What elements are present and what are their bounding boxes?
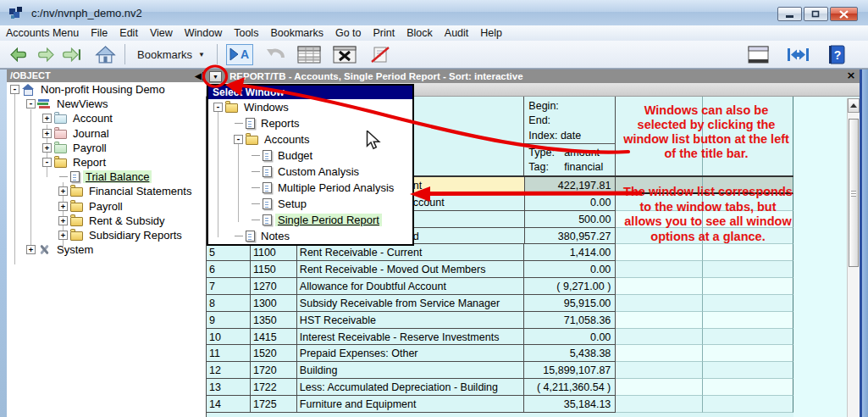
amount-cell[interactable]: 71,058.36 xyxy=(524,312,616,329)
menu-item[interactable]: Tools xyxy=(228,27,264,39)
tree-item[interactable]: Rent & Subsidy xyxy=(7,214,206,228)
empty-cell[interactable] xyxy=(616,278,703,295)
row-number-cell[interactable]: 8 xyxy=(207,295,251,312)
expander-icon[interactable] xyxy=(58,186,68,196)
table-row[interactable]: 5 1100 Rent Receivable - Current 1,414.0… xyxy=(207,244,793,261)
empty-cell[interactable] xyxy=(703,261,793,278)
account-name-cell[interactable]: Prepaid Expenses: Other xyxy=(297,345,525,362)
empty-cell[interactable] xyxy=(703,396,793,413)
empty-cell[interactable] xyxy=(703,345,793,362)
account-name-cell[interactable]: Building xyxy=(297,362,525,379)
account-name-cell[interactable]: HST Receivable xyxy=(297,312,525,329)
home-button[interactable] xyxy=(91,42,119,66)
menu-item[interactable]: Block xyxy=(401,27,439,39)
amount-cell[interactable]: ( 9,271.00 ) xyxy=(524,278,616,295)
table-view-button[interactable] xyxy=(294,42,324,66)
amount-cell[interactable]: 95,915.00 xyxy=(524,295,616,312)
tree-item[interactable]: Non-profit Housing Demo xyxy=(7,82,206,97)
row-number-cell[interactable]: 11 xyxy=(207,345,251,362)
menu-item[interactable]: File xyxy=(85,27,113,39)
row-number-cell[interactable]: 9 xyxy=(207,312,251,329)
expander-icon[interactable] xyxy=(42,114,52,123)
account-name-cell[interactable]: Allowance for Doubtful Account xyxy=(297,278,525,295)
expander-icon[interactable] xyxy=(58,202,68,211)
expander-icon[interactable] xyxy=(58,216,68,225)
empty-cell[interactable] xyxy=(703,329,793,346)
empty-cell[interactable] xyxy=(703,312,793,329)
window-list-item[interactable]: Reports xyxy=(208,115,412,131)
table-row[interactable]: 14 1725 Furniture and Equipment 35,184.1… xyxy=(207,396,793,413)
expander-icon[interactable] xyxy=(251,215,260,225)
expander-icon[interactable] xyxy=(26,245,36,254)
empty-cell[interactable] xyxy=(616,194,703,211)
empty-cell[interactable] xyxy=(616,177,703,194)
expander-icon[interactable] xyxy=(234,119,243,128)
scrollbar-thumb[interactable] xyxy=(849,119,859,267)
close-table-button[interactable] xyxy=(329,42,360,66)
panel-collapse-icon[interactable]: ◀ xyxy=(195,72,204,81)
expander-icon[interactable] xyxy=(42,158,52,167)
amount-cell[interactable]: 380,957.27 xyxy=(525,228,616,245)
row-number-cell[interactable]: 10 xyxy=(207,329,251,346)
table-row[interactable]: 8 1300 Subsidy Receivable from Service M… xyxy=(207,295,793,312)
go-last-button[interactable] xyxy=(58,42,85,66)
table-row[interactable]: 9 1350 HST Receivable 71,058.36 xyxy=(207,312,793,329)
no-print-button[interactable] xyxy=(367,42,394,66)
bookmarks-dropdown[interactable]: Bookmarks ▼ xyxy=(130,42,212,66)
empty-cell[interactable] xyxy=(616,345,703,362)
value-header-cell[interactable]: Begin: End: Index: date Type:amount Tag:… xyxy=(524,97,616,175)
menu-item[interactable]: Edit xyxy=(113,27,144,39)
row-number-cell[interactable]: 6 xyxy=(207,261,251,278)
fit-width-button[interactable] xyxy=(783,42,813,66)
account-number-cell[interactable]: 1725 xyxy=(251,396,297,413)
tree-item[interactable]: Journal xyxy=(7,126,206,141)
empty-cell[interactable] xyxy=(703,379,793,396)
expander-icon[interactable] xyxy=(58,172,68,181)
menu-item[interactable]: Window xyxy=(179,27,228,39)
amount-cell[interactable]: 5,438.38 xyxy=(524,345,616,362)
amount-cell[interactable]: ( 4,211,360.54 ) xyxy=(524,379,616,396)
undo-button[interactable] xyxy=(262,42,290,66)
expander-icon[interactable] xyxy=(251,151,260,160)
report-close-icon[interactable]: × xyxy=(845,70,857,81)
empty-cell[interactable] xyxy=(703,244,793,261)
empty-cell[interactable] xyxy=(703,362,793,379)
empty-cell[interactable] xyxy=(703,295,793,312)
amount-cell[interactable]: 15,899,107.87 xyxy=(524,362,616,379)
expander-icon[interactable] xyxy=(26,99,36,108)
empty-cell[interactable] xyxy=(703,177,793,194)
forward-button[interactable] xyxy=(32,42,58,66)
expander-icon[interactable] xyxy=(251,167,260,176)
scroll-up-arrow-icon[interactable] xyxy=(848,98,860,113)
account-name-cell[interactable]: Rent Receivable - Moved Out Members xyxy=(297,261,525,278)
expander-icon[interactable] xyxy=(58,231,68,240)
restore-button[interactable] xyxy=(804,7,828,21)
vertical-scrollbar[interactable] xyxy=(847,98,860,417)
window-list-item[interactable]: Notes xyxy=(208,228,412,244)
empty-cell[interactable] xyxy=(703,211,793,228)
menu-item[interactable]: Bookmarks xyxy=(264,27,329,39)
tree-item[interactable]: NewViews xyxy=(7,97,206,111)
table-row[interactable]: 6 1150 Rent Receivable - Moved Out Membe… xyxy=(207,261,793,278)
account-number-cell[interactable]: 1520 xyxy=(251,345,297,362)
expander-icon[interactable] xyxy=(213,103,223,112)
help-button[interactable]: ? xyxy=(823,42,849,66)
amount-cell[interactable]: 35,184.13 xyxy=(524,396,616,413)
empty-cell[interactable] xyxy=(616,228,703,245)
table-row[interactable]: 7 1270 Allowance for Doubtful Account ( … xyxy=(207,278,793,295)
empty-cell[interactable] xyxy=(616,379,703,396)
account-number-cell[interactable]: 1300 xyxy=(251,295,297,312)
expander-icon[interactable] xyxy=(234,231,243,241)
table-row[interactable]: 11 1520 Prepaid Expenses: Other 5,438.38 xyxy=(207,345,793,362)
expander-icon[interactable] xyxy=(10,85,19,94)
account-number-cell[interactable]: 1415 xyxy=(251,329,297,346)
window-list-button[interactable]: ▼ xyxy=(209,71,222,82)
account-number-cell[interactable]: 1150 xyxy=(251,261,297,278)
account-number-cell[interactable]: 1350 xyxy=(251,312,297,329)
window-list-item[interactable]: Custom Analysis xyxy=(208,164,412,180)
account-number-cell[interactable]: 1270 xyxy=(251,278,297,295)
menu-item[interactable]: Go to xyxy=(329,27,368,39)
table-row[interactable]: 10 1415 Interest Receivable - Reserve In… xyxy=(207,329,793,346)
row-number-cell[interactable]: 14 xyxy=(207,396,251,413)
account-name-cell[interactable]: Interest Receivable - Reserve Investment… xyxy=(297,329,525,346)
